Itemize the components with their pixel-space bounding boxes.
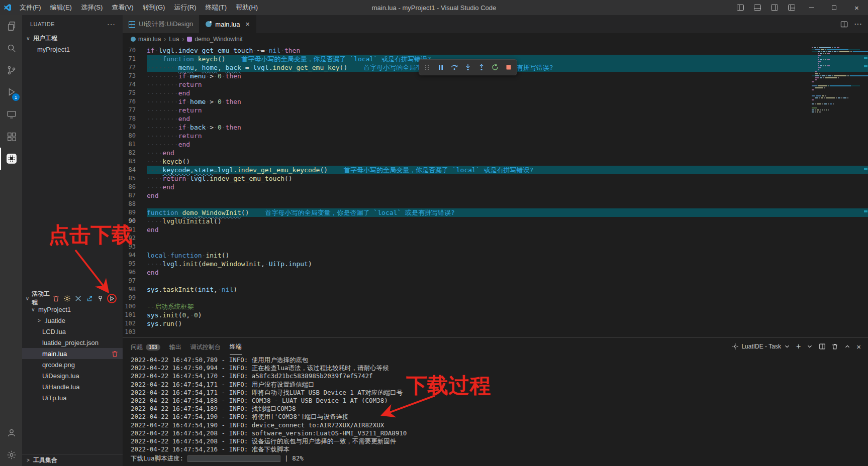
menu-item[interactable]: 帮助(H) [231,0,262,15]
menu-item[interactable]: 终端(T) [201,0,231,15]
menu-item[interactable]: 运行(R) [169,0,201,15]
code-editor[interactable]: 70if·lvgl.indev_get_emu_touch·~=·nil·the… [123,45,868,337]
code-line[interactable]: 77········return [123,106,868,114]
panel-tab[interactable]: 问题163 [131,338,160,355]
code-line[interactable]: 99 [123,294,868,302]
code-line[interactable]: 103 [123,328,868,336]
code-line[interactable]: 94local·function·init() [123,251,868,260]
delete-file-icon[interactable] [111,350,119,358]
pause-icon[interactable] [437,63,445,71]
tree-item-qrcode.png[interactable]: qrcode.png [22,359,123,370]
code-line[interactable]: 89function·demo_WindowInit()首字母小写的全局变量，你… [123,208,868,217]
tree-item-UiTp.lua[interactable]: UiTp.lua [22,392,123,403]
code-line[interactable]: 90····lvglUiInitial() [123,217,868,225]
code-line[interactable]: 82····end [123,149,868,157]
breadcrumb-item[interactable]: demo_WindowInit [187,36,242,43]
tree-item-luatide_project.json[interactable]: luatide_project.json [22,337,123,348]
close-tab-icon[interactable]: × [246,20,250,28]
account-icon[interactable] [0,422,22,444]
tree-item-root[interactable]: ∨myProject1 [22,304,123,315]
tree-item-UiHandle.lua[interactable]: UiHandle.lua [22,381,123,392]
code-line[interactable]: 100--启动系统框架 [123,302,868,311]
code-line[interactable]: 88 [123,200,868,208]
explorer-icon[interactable] [0,15,22,37]
maximize-panel-icon[interactable] [844,343,851,350]
luatide-extension-icon[interactable] [0,148,22,170]
menu-item[interactable]: 查看(V) [107,0,138,15]
code-line[interactable]: 95····lvgl.init(demo_WindowInit,·UiTp.in… [123,260,868,268]
code-line[interactable]: 92 [123,234,868,243]
more-actions-icon[interactable]: ··· [107,20,116,28]
close-button[interactable]: × [845,0,868,15]
task-selector[interactable]: LuatIDE - Task [732,343,790,350]
minimap[interactable] [812,47,860,115]
code-line[interactable]: 81········end [123,140,868,149]
panel-tab[interactable]: 调试控制台 [190,338,221,355]
code-line[interactable]: 97 [123,277,868,285]
panel-tab[interactable]: 终端 [230,338,242,355]
code-line[interactable]: 93 [123,243,868,251]
menu-item[interactable]: 转到(G) [138,0,170,15]
code-line[interactable]: 96end [123,268,868,277]
editor-tab[interactable]: UI设计器:UiDesign [123,15,200,33]
code-line[interactable]: 76········if·home·>·0·then [123,97,868,106]
tree-item-LCD.lua[interactable]: LCD.lua [22,326,123,337]
export-icon[interactable] [85,294,93,303]
terminal-dropdown-icon[interactable] [806,343,813,350]
new-terminal-icon[interactable]: + [796,342,801,351]
code-line[interactable]: 83····keycb() [123,157,868,166]
section-active-project[interactable]: ∨ 活动工程 [22,293,123,304]
code-line[interactable]: 85····return·lvgl.indev_get_emu_touch() [123,174,868,183]
pin-icon[interactable] [96,294,105,303]
maximize-button[interactable] [823,0,845,15]
tree-item-main.lua[interactable]: main.lua [22,348,123,359]
editor-tab[interactable]: main.lua× [200,15,256,33]
panel-tab[interactable]: 输出 [169,338,181,355]
step-into-icon[interactable] [464,63,472,71]
tree-item-.luatide[interactable]: >.luatide [22,315,123,326]
section-user-projects[interactable]: ∨ 用户工程 [22,33,123,44]
step-over-icon[interactable] [450,63,458,71]
search-icon[interactable] [0,37,22,59]
close-panel-icon[interactable]: × [856,342,861,351]
toggle-sidebar-icon[interactable] [732,0,749,15]
menu-item[interactable]: 文件(F) [15,0,46,15]
step-out-icon[interactable] [477,63,486,71]
code-line[interactable]: 91end [123,225,868,234]
download-run-icon[interactable] [107,294,117,303]
tools-icon[interactable] [74,294,82,303]
code-line[interactable]: 101sys.init(0,·0) [123,311,868,319]
delete-project-icon[interactable] [52,294,60,303]
terminal-output[interactable]: 2022-04-22 16:47:50,789 - INFO: 使用用户选择的底… [123,355,868,466]
toggle-panel-icon[interactable] [749,0,766,15]
tree-item-UiDesign.lua[interactable]: UiDesign.lua [22,370,123,381]
split-terminal-icon[interactable] [819,343,826,350]
overview-ruler[interactable] [863,45,868,337]
extensions-icon[interactable] [0,126,22,148]
code-line[interactable]: 75········end [123,89,868,97]
toggle-secondary-sidebar-icon[interactable] [766,0,783,15]
code-line[interactable]: 98sys.taskInit(init,·nil) [123,285,868,294]
code-line[interactable]: 102sys.run() [123,319,868,328]
restart-icon[interactable] [491,63,499,71]
code-line[interactable]: 87end [123,191,868,200]
customize-layout-icon[interactable] [783,0,800,15]
split-editor-icon[interactable] [840,21,848,28]
menu-item[interactable]: 编辑(E) [46,0,76,15]
drag-handle-icon[interactable] [423,63,431,71]
code-line[interactable]: 74········return [123,80,868,89]
menu-item[interactable]: 选择(S) [76,0,107,15]
breadcrumb-item[interactable]: Lua [169,36,179,43]
source-control-icon[interactable] [0,59,22,81]
settings-gear-icon[interactable] [0,444,22,466]
stop-icon[interactable] [505,63,513,71]
tree-item-user-project[interactable]: myProject1 [22,44,123,55]
code-line[interactable]: 80········return [123,132,868,140]
code-line[interactable]: 70if·lvgl.indev_get_emu_touch·~=·nil·the… [123,46,868,55]
breadcrumb-item[interactable]: main.lua [131,36,161,43]
minimize-button[interactable] [800,0,823,15]
code-line[interactable]: 86····end [123,183,868,191]
project-settings-icon[interactable] [63,294,71,303]
code-line[interactable]: 78········end [123,114,868,123]
kill-terminal-icon[interactable] [831,343,838,350]
